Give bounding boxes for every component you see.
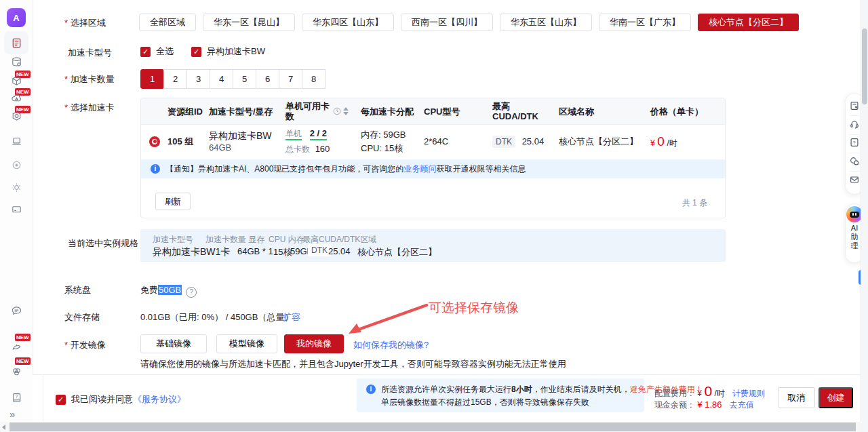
app-logo[interactable]: A — [0, 8, 33, 27]
cell-model: 异构加速卡BW 64GB — [209, 130, 285, 153]
radio-selected[interactable] — [149, 136, 160, 147]
agreement-text: 我已阅读并同意《服务协议》 — [71, 393, 186, 406]
region-option[interactable]: 西南一区【四川】 — [401, 14, 493, 31]
sidebar-item-cloud[interactable] — [0, 93, 33, 104]
cell-cpu: 2*64C — [424, 136, 492, 146]
count-option[interactable]: 5 — [233, 69, 256, 89]
sidebar-item-hexagon[interactable] — [0, 111, 33, 122]
col-model: 加速卡型号/显存 — [209, 106, 285, 117]
count-option[interactable]: 8 — [302, 69, 326, 89]
sidebar-item-chat[interactable] — [0, 305, 33, 317]
hexagon-icon — [11, 111, 22, 122]
count-option[interactable]: 6 — [256, 69, 279, 89]
ai-assistant-label: AI助理 — [851, 224, 859, 250]
sidebar-item-record[interactable] — [0, 159, 33, 171]
region-option[interactable]: 华东一区【昆山】 — [203, 14, 295, 31]
vertical-scrollbar[interactable] — [861, 0, 868, 432]
recharge-link[interactable]: 去充值 — [730, 400, 754, 410]
checkbox-select-all[interactable]: 全选 — [140, 45, 174, 58]
billing-rule-link[interactable]: 计费规则 — [732, 389, 765, 398]
consultant-link[interactable]: 业务顾问 — [403, 164, 436, 174]
double-chevron-icon: » — [9, 408, 15, 420]
card-count-options: 1 2 3 4 5 6 7 8 — [141, 69, 326, 89]
accelerator-table: 资源组ID 加速卡型号/显存 单机可用卡数 每加速卡分配 CPU型号 最高CUD… — [140, 98, 726, 218]
sidebar-item-cube[interactable] — [0, 75, 33, 87]
sidebar-item-database[interactable] — [0, 56, 33, 68]
svg-text:?: ? — [853, 140, 856, 146]
agreement-row: 我已阅读并同意《服务协议》 — [56, 393, 186, 406]
fee-value: 0 — [704, 383, 712, 399]
feedback-icon[interactable] — [849, 100, 860, 113]
region-options: 全部区域 华东一区【昆山】 华东四区【山东】 西南一区【四川】 华东五区【山东】… — [139, 14, 799, 31]
base-image-button[interactable]: 基础镜像 — [140, 334, 207, 353]
model-image-button[interactable]: 模型镜像 — [216, 334, 277, 353]
col-region: 区域名称 — [559, 106, 650, 117]
region-option[interactable]: 全部区域 — [139, 14, 196, 31]
question-icon[interactable] — [186, 287, 197, 298]
region-option-selected[interactable]: 核心节点【分区二】 — [698, 14, 799, 31]
balance-row: 现金余额： ¥ 1.86 去充值 — [654, 399, 754, 411]
fee-symbol: ¥ — [697, 389, 702, 398]
refresh-button[interactable]: 刷新 — [155, 193, 191, 210]
create-button[interactable]: 创建 — [818, 387, 853, 408]
horizontal-scrollbar-thumb[interactable] — [9, 423, 856, 431]
footer-notice: 所选资源允许单次实例任务最大运行8小时，作业结束后请及时关机，避免产生额外费用！… — [357, 378, 644, 412]
region-label: 选择区域 — [64, 17, 106, 29]
service-agreement-link[interactable]: 《服务协议》 — [133, 394, 186, 404]
checkbox-label: 异构加速卡BW — [207, 45, 265, 58]
count-option[interactable]: 3 — [186, 69, 210, 89]
horizontal-scrollbar[interactable] — [0, 422, 861, 432]
spec-value-mem: 64GB * 1 — [237, 246, 273, 256]
expand-storage-link[interactable]: 扩容 — [283, 311, 300, 323]
cube-icon — [11, 75, 22, 87]
sidebar-item-storage[interactable] — [0, 203, 33, 215]
laptop-icon — [11, 136, 22, 147]
database-icon — [11, 56, 22, 68]
sidebar-expand-button[interactable]: » — [0, 408, 33, 420]
region-option[interactable]: 华东四区【山东】 — [302, 14, 394, 31]
my-image-button-selected[interactable]: 我的镜像 — [284, 334, 344, 353]
how-to-save-link[interactable]: 如何保存我的镜像? — [353, 339, 429, 351]
spec-value-region: 核心节点【分区二】 — [357, 246, 437, 258]
total-value: 160 — [315, 144, 330, 154]
sidebar-item-laptop[interactable] — [0, 136, 33, 147]
balance-value: ¥ 1.86 — [697, 399, 722, 410]
file-storage-label: 文件存储 — [64, 311, 100, 323]
new-badge: NEW — [15, 334, 31, 341]
count-option[interactable]: 7 — [279, 69, 302, 89]
cancel-button[interactable]: 取消 — [778, 387, 815, 408]
support-headset-icon[interactable] — [849, 119, 860, 132]
cell-cuda: DTK 25.04 — [492, 136, 559, 146]
per-machine-value: 2 / 2 — [310, 128, 327, 140]
region-option[interactable]: 华南一区【广东】 — [599, 14, 691, 31]
count-option-selected[interactable]: 1 — [140, 69, 164, 89]
sidebar-item-paw[interactable] — [0, 341, 33, 353]
annotation-text: 可选择保存镜像 — [429, 299, 519, 317]
count-option[interactable]: 2 — [163, 69, 187, 89]
checkbox-card-bw[interactable]: 异构加速卡BW — [191, 45, 265, 58]
mail-icon[interactable] — [849, 174, 860, 187]
agreement-checkbox[interactable] — [56, 395, 66, 405]
system-disk-label: 系统盘 — [64, 284, 91, 296]
sort-toggle[interactable] — [343, 107, 349, 115]
disk-size-highlight: 50GB — [158, 285, 182, 295]
cloud-icon — [11, 93, 22, 104]
sidebar-item-settings[interactable] — [0, 182, 33, 193]
doc-question-icon[interactable]: ? — [849, 137, 860, 150]
sidebar-item-knot[interactable] — [0, 366, 33, 378]
region-option[interactable]: 华东五区【山东】 — [500, 14, 592, 31]
knot-icon — [11, 366, 22, 378]
alloc-mem: 内存: 59GB — [361, 128, 424, 142]
table-row[interactable]: 105 组 异构加速卡BW 64GB 单机 2 / 2 总卡数 160 内存: … — [141, 125, 725, 158]
price-symbol: ¥ — [650, 138, 655, 148]
sidebar-item-help[interactable]: ? — [0, 392, 33, 404]
wechat-icon[interactable] — [849, 156, 860, 169]
vertical-scrollbar-thumb[interactable] — [862, 28, 867, 104]
table-notice: 【通知】异构加速卡AI、A800现已支持包年包月功能，可咨询您的业务顾问获取开通… — [141, 159, 725, 178]
count-option[interactable]: 4 — [210, 69, 233, 89]
sidebar-item-active[interactable] — [0, 31, 33, 54]
image-hint: 请确保您使用的镜像与所选加速卡匹配，并且包含Jupyter开发工具，否则可能导致… — [140, 358, 566, 370]
cell-id: 105 组 — [167, 136, 209, 148]
fee-unit: /时 — [714, 389, 724, 398]
scroll-left-arrow-icon[interactable] — [2, 425, 5, 430]
